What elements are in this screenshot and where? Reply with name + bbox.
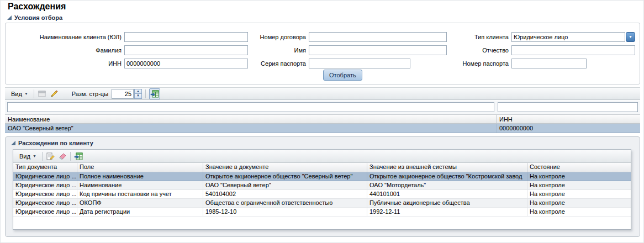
edit-icon[interactable] [50,89,59,98]
cell-doc-type: Юридическое лицо ... [13,190,77,198]
cell-doc-value: ОАО "Северный ветер" [203,181,367,189]
name-filter-input[interactable] [7,102,494,112]
edit-record-icon[interactable] [46,152,55,161]
table-row[interactable]: Юридическое лицо ... Код причины постано… [13,190,631,199]
select-button[interactable]: Отобрать [323,70,362,81]
discrepancies-table-container: Вид ▼ [13,149,631,230]
view-menu-button[interactable]: Вид ▼ [9,89,30,98]
cell-field: Полное наименование [77,172,203,181]
page-size-stepper: ▲ ▼ [112,89,142,99]
app-window: Расхождения Условия отбора Наименование … [0,0,644,243]
clients-table-header: Наименование ИНН [5,114,640,124]
spin-up-button[interactable]: ▲ [134,89,142,94]
toolbar-separator [145,89,146,98]
passport-series-label: Серия паспорта [251,59,306,68]
column-header-state[interactable]: Состояние [527,163,631,172]
export-excel-icon[interactable] [74,152,83,161]
contract-number-input[interactable] [309,32,447,42]
column-header-name[interactable]: Наименование [5,115,497,123]
passport-number-label: Номер паспорта [451,59,509,68]
column-header-doc-type[interactable]: Тип документа [13,163,77,172]
last-name-input[interactable] [124,45,248,55]
cell-ext-value: ОАО "Мотордеталь" [367,181,527,189]
discrepancies-panel: Расхождения по клиенту Вид ▼ [5,136,640,237]
clients-table-toolbar: Вид ▼ Разм. стр-цы ▲ ▼ [5,87,640,100]
detach-icon [38,89,46,98]
disclosure-triangle-icon[interactable] [7,15,12,20]
filter-panel-header: Условия отбора [7,14,62,21]
column-header-ext-value[interactable]: Значение из внешней системы [367,163,527,172]
contract-number-label: Номер договора [251,32,306,42]
client-name-label: Наименование клиента (ЮЛ) [10,32,122,42]
cell-doc-value: 540104002 [203,190,367,198]
cell-ext-value: 440101001 [367,190,527,198]
toolbar-separator [70,152,71,161]
cell-inn: 0000000000 [497,124,640,133]
cell-ext-value: Публичные акционерные общества [367,199,527,207]
column-header-inn[interactable]: ИНН [497,115,640,123]
cell-doc-type: Юридическое лицо ... [13,199,77,207]
cell-state: На контроле [527,172,631,181]
cell-doc-type: Юридическое лицо ... [13,172,77,181]
middle-name-input[interactable] [511,45,635,55]
clients-table-filter-row [5,101,640,114]
table-row[interactable]: Юридическое лицо ... Наименование ОАО "С… [13,181,631,190]
cell-doc-value: Общества с ограниченной ответственностью [203,199,367,207]
disclosure-triangle-icon[interactable] [11,141,15,145]
toolbar-separator [42,152,43,161]
cell-state: На контроле [527,190,631,198]
page-size-label: Разм. стр-цы [72,91,108,97]
first-name-input[interactable] [309,45,447,55]
eraser-icon[interactable] [58,152,67,161]
passport-number-input[interactable] [511,59,587,68]
chevron-down-icon: ▼ [24,92,28,96]
column-header-field[interactable]: Поле [77,163,203,172]
view-menu-label: Вид [19,153,30,160]
passport-series-input[interactable] [309,59,410,68]
cell-doc-value: 1985-12-10 [203,208,367,216]
cell-field: ОКОПФ [77,199,203,207]
cell-name: ОАО "Северный ветер" [5,124,497,133]
inn-input[interactable] [124,59,248,68]
table-row[interactable]: Юридическое лицо ... Полное наименование… [13,172,631,181]
column-header-doc-value[interactable]: Значение в документе [203,163,367,172]
client-type-value[interactable] [511,32,625,42]
filter-panel-title: Условия отбора [14,14,62,21]
client-type-combobox[interactable]: ▼ [511,32,635,42]
discrepancies-toolbar: Вид ▼ [13,150,631,163]
page-size-input[interactable] [112,89,134,99]
cell-doc-value: Открытое акционерное общество "Северный … [203,172,367,181]
filter-panel: Наименование клиента (ЮЛ) Номер договора… [5,23,640,84]
discrepancies-panel-title: Расхождения по клиенту [18,140,93,146]
cell-doc-type: Юридическое лицо ... [13,208,77,216]
first-name-label: Имя [251,45,306,55]
inn-filter-input[interactable] [498,102,638,112]
cell-state: На контроле [527,199,631,207]
chevron-down-icon[interactable]: ▼ [626,32,635,42]
spin-down-button[interactable]: ▼ [134,94,142,99]
last-name-label: Фамилия [10,45,122,55]
cell-field: Дата регистрации [77,208,203,216]
discrepancies-table-header: Тип документа Поле Значение в документе … [13,163,631,172]
table-row[interactable]: ОАО "Северный ветер" 0000000000 [5,124,640,133]
table-row[interactable]: Юридическое лицо ... Дата регистрации 19… [13,208,631,216]
export-excel-icon[interactable] [149,88,160,99]
cell-ext-value: 1992-12-11 [367,208,527,216]
cell-state: На контроле [527,208,631,216]
chevron-down-icon: ▼ [33,154,36,158]
client-type-label: Тип клиента [451,32,509,42]
client-name-input[interactable] [124,32,248,42]
page-title: Расхождения [8,2,66,12]
view-menu-label: Вид [11,91,22,97]
table-row[interactable]: Юридическое лицо ... ОКОПФ Общества с ог… [13,199,631,208]
view-menu-button[interactable]: Вид ▼ [17,152,39,161]
cell-doc-type: Юридическое лицо ... [13,181,77,189]
cell-state: На контроле [527,181,631,189]
cell-field: Наименование [77,181,203,189]
middle-name-label: Отчество [451,45,509,55]
inn-label: ИНН [10,59,122,68]
discrepancies-panel-header: Расхождения по клиенту [11,140,93,146]
cell-ext-value: Открытое акционерное общество "Костромск… [367,172,527,181]
cell-field: Код причины постановки на учет [77,190,203,198]
toolbar-separator [34,89,34,98]
